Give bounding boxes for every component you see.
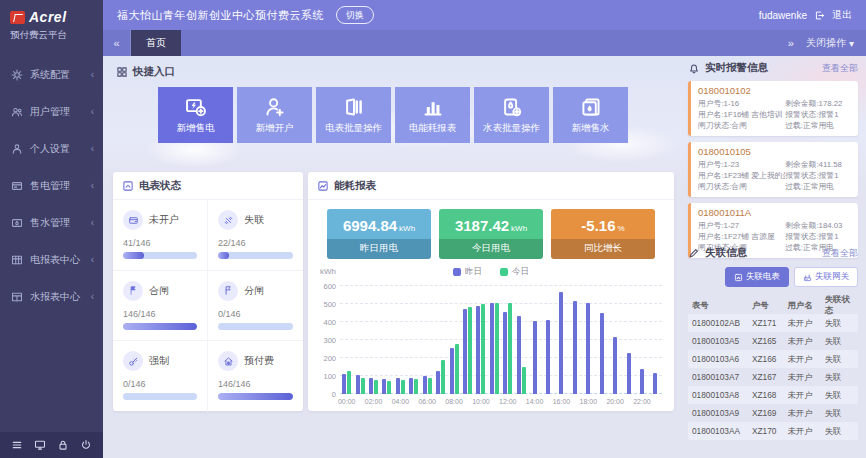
- legend-item[interactable]: 昨日: [453, 266, 482, 278]
- bar-group[interactable]: [474, 286, 487, 394]
- alarm-view-all-link[interactable]: 查看全部: [822, 62, 858, 75]
- switch-project-button[interactable]: 切换: [336, 6, 374, 24]
- scroll-tabs-icon[interactable]: »: [788, 37, 794, 49]
- logout-button[interactable]: 退出: [832, 8, 852, 22]
- quick-button-3[interactable]: 电能耗报表: [395, 87, 470, 143]
- alarm-card-1[interactable]: 0180010105用户号:1-23剩余金额:411.58用户名:1F23铺 爱…: [688, 142, 858, 197]
- bar-group[interactable]: [380, 286, 393, 394]
- bar-group[interactable]: [608, 286, 621, 394]
- bar-group[interactable]: [501, 286, 514, 394]
- sidebar-item-6[interactable]: 水报表中心‹: [0, 278, 103, 315]
- bar-group[interactable]: [622, 286, 635, 394]
- offline-table-row[interactable]: 01800103A7XZ167未开户失联: [688, 368, 858, 386]
- offline-table-row[interactable]: 01800103AAXZ170未开户失联: [688, 422, 858, 440]
- quick-button-2[interactable]: 电表批量操作: [316, 87, 391, 143]
- quick-button-4[interactable]: 水表批量操作: [474, 87, 549, 143]
- alarm-detail-left: 用户号:1-27: [698, 220, 785, 231]
- offline-gateway-button[interactable]: 失联网关: [794, 267, 858, 287]
- sidebar-item-4[interactable]: 售水管理‹: [0, 204, 103, 241]
- bar-group[interactable]: [649, 286, 662, 394]
- bar-group[interactable]: [407, 286, 420, 394]
- bar-group[interactable]: [394, 286, 407, 394]
- bar-group[interactable]: [514, 286, 527, 394]
- bar-group[interactable]: [488, 286, 501, 394]
- quick-button-0[interactable]: 新增售电: [158, 87, 233, 143]
- bar-昨日: [627, 353, 631, 394]
- bar-group[interactable]: [595, 286, 608, 394]
- offline-table: 表号户号用户名失联状态01800102ABXZ171未开户失联01800103A…: [688, 296, 858, 440]
- user-icon: [11, 143, 23, 155]
- alarm-detail-row: 用户号:1-27剩余金额:184.03: [698, 220, 851, 231]
- meter-cell-head: 未开户: [123, 210, 197, 230]
- bar-昨日: [342, 374, 346, 394]
- bar-group[interactable]: [528, 286, 541, 394]
- offline-meter-button[interactable]: 失联电表: [725, 267, 789, 287]
- alarm-card-0[interactable]: 0180010102用户号:1-16剩余金额:178.22用户名:1F16铺 吉…: [688, 81, 858, 136]
- x-tick-slot: 00:00: [340, 396, 353, 408]
- offline-table-row[interactable]: 01800103A9XZ169未开户失联: [688, 404, 858, 422]
- offline-table-row[interactable]: 01800103A8XZ168未开户失联: [688, 386, 858, 404]
- logout-icon[interactable]: [814, 10, 825, 21]
- offline-col-header: 表号: [692, 300, 752, 311]
- wallet-icon: [123, 210, 143, 230]
- offline-cell: XZ170: [752, 426, 788, 436]
- bar-group[interactable]: [447, 286, 460, 394]
- offline-table-row[interactable]: 01800103A5XZ165未开户失联: [688, 332, 858, 350]
- sidebar-item-1[interactable]: 用户管理‹: [0, 93, 103, 130]
- logo-subtitle: 预付费云平台: [10, 29, 95, 42]
- monitor-icon[interactable]: [34, 439, 46, 451]
- offline-cell: XZ169: [752, 408, 788, 418]
- meter-cell-0[interactable]: 未开户41/146: [113, 200, 208, 271]
- bar-昨日: [533, 321, 537, 394]
- bar-group[interactable]: [340, 286, 353, 394]
- meter-cell-5[interactable]: 预付费146/146: [208, 341, 303, 412]
- legend-item[interactable]: 今日: [500, 266, 529, 278]
- sidebar-item-3[interactable]: 售电管理‹: [0, 167, 103, 204]
- quick-button-label: 电表批量操作: [325, 122, 382, 135]
- sidebar-item-0[interactable]: 系统配置‹: [0, 56, 103, 93]
- bar-昨日: [653, 373, 657, 394]
- energy-stat-label: 昨日用电: [327, 239, 431, 259]
- offline-cell: 失联: [825, 318, 854, 329]
- bar-group[interactable]: [568, 286, 581, 394]
- meter-cell-value: 0/146: [218, 309, 293, 319]
- bar-group[interactable]: [353, 286, 366, 394]
- offline-table-row[interactable]: 01800102ABXZ171未开户失联: [688, 314, 858, 332]
- collapse-tabs-icon[interactable]: «: [103, 30, 131, 56]
- bar-group[interactable]: [421, 286, 434, 394]
- meter-cell-label: 预付费: [244, 354, 274, 368]
- bar-group[interactable]: [541, 286, 554, 394]
- meter-cell-4[interactable]: 强制0/146: [113, 341, 208, 412]
- bar-group[interactable]: [367, 286, 380, 394]
- menu-icon[interactable]: [11, 439, 23, 451]
- offline-cell: 未开户: [788, 408, 825, 419]
- offline-table-row[interactable]: 01800103A6XZ166未开户失联: [688, 350, 858, 368]
- bar-group[interactable]: [635, 286, 648, 394]
- meter-cell-value: 146/146: [123, 309, 197, 319]
- bar-group[interactable]: [434, 286, 447, 394]
- alarm-detail-left: 用户名:1F16铺 吉他培训: [698, 109, 785, 120]
- bar-group[interactable]: [555, 286, 568, 394]
- lock-icon[interactable]: [57, 439, 69, 451]
- alarm-card-list: 0180010102用户号:1-16剩余金额:178.22用户名:1F16铺 吉…: [688, 81, 858, 258]
- sidebar-item-5[interactable]: 电报表中心‹: [0, 241, 103, 278]
- offline-table-header: 表号户号用户名失联状态: [688, 296, 858, 314]
- energy-stat-unit: %: [618, 224, 625, 233]
- meter-cell-1[interactable]: 失联22/146: [208, 200, 303, 271]
- sidebar-item-label: 水报表中心: [30, 290, 80, 304]
- bar-今日: [428, 378, 432, 394]
- offline-icon: [218, 210, 238, 230]
- power-icon[interactable]: [80, 439, 92, 451]
- x-tick-slot: 16:00: [555, 396, 568, 408]
- offline-view-all-link[interactable]: 查看全部: [822, 247, 858, 260]
- sidebar-item-2[interactable]: 个人设置‹: [0, 130, 103, 167]
- tab-home[interactable]: 首页: [131, 30, 181, 56]
- quick-button-1[interactable]: 新增开户: [237, 87, 312, 143]
- bar-group[interactable]: [461, 286, 474, 394]
- quick-button-5[interactable]: 新增售水: [553, 87, 628, 143]
- meter-cell-2[interactable]: 合闸146/146: [113, 271, 208, 342]
- table-icon: [11, 254, 23, 266]
- bar-group[interactable]: [582, 286, 595, 394]
- meter-cell-3[interactable]: 分闸0/146: [208, 271, 303, 342]
- close-operations-dropdown[interactable]: 关闭操作 ▾: [806, 36, 854, 50]
